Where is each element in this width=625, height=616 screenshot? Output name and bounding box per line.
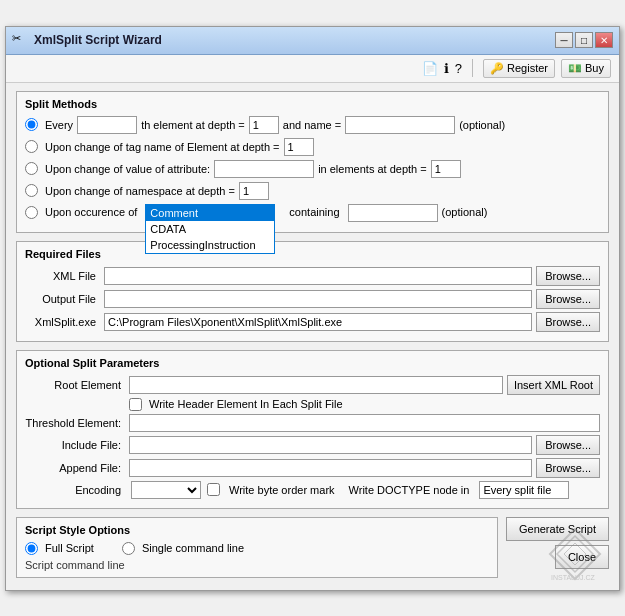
attr-value-row: Upon change of value of attribute: in el… [25, 160, 600, 178]
write-header-label: Write Header Element In Each Split File [149, 398, 343, 410]
full-script-radio[interactable] [25, 542, 38, 555]
optional-params-title: Optional Split Parameters [25, 357, 600, 369]
script-command-label: Script command line [25, 559, 489, 571]
xml-browse-button[interactable]: Browse... [536, 266, 600, 286]
dropdown-comment[interactable]: Comment [146, 205, 274, 221]
register-label: Register [507, 62, 548, 74]
output-file-input[interactable] [104, 290, 532, 308]
app-icon: ✂ [12, 32, 28, 48]
script-style-options: Full Script Single command line [25, 542, 489, 555]
dropdown-pi[interactable]: ProcessingInstruction [146, 237, 274, 253]
maximize-button[interactable]: □ [575, 32, 593, 48]
output-file-row: Output File Browse... [25, 289, 600, 309]
dropdown-list[interactable]: Comment CDATA ProcessingInstruction [145, 204, 275, 254]
depth-input[interactable] [249, 116, 279, 134]
append-file-row: Append File: Browse... [25, 458, 600, 478]
split-methods-section: Split Methods Every th element at depth … [16, 91, 609, 233]
every-radio[interactable] [25, 118, 38, 131]
namespace-radio[interactable] [25, 184, 38, 197]
ns-depth-input[interactable] [239, 182, 269, 200]
minimize-button[interactable]: ─ [555, 32, 573, 48]
output-browse-button[interactable]: Browse... [536, 289, 600, 309]
containing-input[interactable] [348, 204, 438, 222]
append-file-label: Append File: [25, 462, 125, 474]
optional-params-section: Optional Split Parameters Root Element I… [16, 350, 609, 509]
split-methods-title: Split Methods [25, 98, 600, 110]
write-bom-checkbox[interactable] [207, 483, 220, 496]
footer-buttons: Generate Script Close [506, 517, 609, 569]
every-input[interactable] [77, 116, 137, 134]
attr-value-input[interactable] [214, 160, 314, 178]
write-header-checkbox[interactable] [129, 398, 142, 411]
main-window: ✂ XmlSplit Script Wizard ─ □ ✕ 📄 ℹ ? 🔑 R… [5, 26, 620, 591]
attr-value-label: Upon change of value of attribute: [45, 163, 210, 175]
root-element-input[interactable] [129, 376, 503, 394]
script-style-section: Script Style Options Full Script Single … [16, 517, 498, 578]
threshold-row: Threshold Element: [25, 414, 600, 432]
optional2-label: (optional) [442, 206, 488, 218]
encoding-select[interactable]: UTF-8 UTF-16 ISO-8859-1 [131, 481, 201, 499]
single-cmd-label: Single command line [142, 542, 244, 554]
optional-label: (optional) [459, 119, 505, 131]
append-browse-button[interactable]: Browse... [536, 458, 600, 478]
xmlsplit-exe-label: XmlSplit.exe [25, 316, 100, 328]
include-browse-button[interactable]: Browse... [536, 435, 600, 455]
page-icon: 📄 [422, 61, 438, 76]
and-name-label: and name = [283, 119, 341, 131]
include-file-row: Include File: Browse... [25, 435, 600, 455]
buy-label: Buy [585, 62, 604, 74]
buy-button[interactable]: 💵 Buy [561, 59, 611, 78]
write-header-row: Write Header Element In Each Split File [25, 398, 600, 411]
buy-icon: 💵 [568, 62, 582, 75]
single-cmd-radio[interactable] [122, 542, 135, 555]
every-label: Every [45, 119, 73, 131]
register-icon: 🔑 [490, 62, 504, 75]
required-files-title: Required Files [25, 248, 600, 260]
write-doctype-label: Write DOCTYPE node in [349, 484, 470, 496]
in-depth-input[interactable] [431, 160, 461, 178]
toolbar-divider [472, 59, 473, 77]
doctype-input[interactable] [479, 481, 569, 499]
main-content: Split Methods Every th element at depth … [6, 83, 619, 590]
root-element-label: Root Element [25, 379, 125, 391]
include-file-input[interactable] [129, 436, 532, 454]
th-label: th element at depth = [141, 119, 245, 131]
xmlsplit-browse-button[interactable]: Browse... [536, 312, 600, 332]
full-script-label: Full Script [45, 542, 94, 554]
generate-script-button[interactable]: Generate Script [506, 517, 609, 541]
encoding-row: Encoding UTF-8 UTF-16 ISO-8859-1 Write b… [25, 481, 600, 499]
xmlsplit-exe-input[interactable] [104, 313, 532, 331]
encoding-label: Encoding [25, 484, 125, 496]
insert-xml-root-button[interactable]: Insert XML Root [507, 375, 600, 395]
occurrence-row: Upon occurence of Comment CDATA Processi… [25, 204, 600, 222]
write-bom-label: Write byte order mark [229, 484, 335, 496]
close-window-button[interactable]: ✕ [595, 32, 613, 48]
window-title: XmlSplit Script Wizard [34, 33, 162, 47]
tag-depth-input[interactable] [284, 138, 314, 156]
info-icon: ℹ [444, 61, 449, 76]
script-style-title: Script Style Options [25, 524, 489, 536]
output-file-label: Output File [25, 293, 100, 305]
dropdown-cdata[interactable]: CDATA [146, 221, 274, 237]
footer-section: Script Style Options Full Script Single … [16, 517, 609, 578]
toolbar: 📄 ℹ ? 🔑 Register 💵 Buy [6, 55, 619, 83]
include-file-label: Include File: [25, 439, 125, 451]
namespace-row: Upon change of namespace at depth = [25, 182, 600, 200]
namespace-label: Upon change of namespace at depth = [45, 185, 235, 197]
xml-file-row: XML File Browse... [25, 266, 600, 286]
tag-change-label: Upon change of tag name of Element at de… [45, 141, 280, 153]
xml-file-input[interactable] [104, 267, 532, 285]
name-input[interactable] [345, 116, 455, 134]
attr-value-radio[interactable] [25, 162, 38, 175]
every-row: Every th element at depth = and name = (… [25, 116, 600, 134]
tag-change-row: Upon change of tag name of Element at de… [25, 138, 600, 156]
tag-change-radio[interactable] [25, 140, 38, 153]
append-file-input[interactable] [129, 459, 532, 477]
close-button[interactable]: Close [555, 545, 609, 569]
titlebar-controls: ─ □ ✕ [555, 32, 613, 48]
help-icon: ? [455, 61, 462, 76]
register-button[interactable]: 🔑 Register [483, 59, 555, 78]
occurrence-radio[interactable] [25, 206, 38, 219]
xmlsplit-exe-row: XmlSplit.exe Browse... [25, 312, 600, 332]
threshold-input[interactable] [129, 414, 600, 432]
